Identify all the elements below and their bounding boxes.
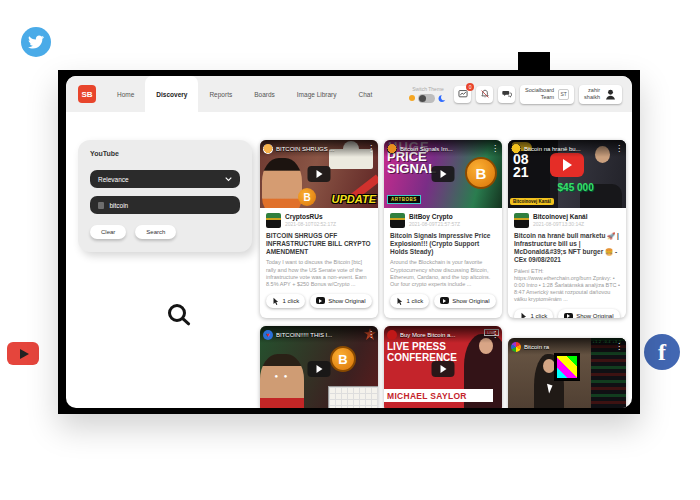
reports-chart-button[interactable]: 0 — [454, 86, 471, 103]
search-input[interactable] — [109, 202, 232, 209]
play-button[interactable] — [432, 361, 455, 377]
bitcoin-coin-icon: B — [298, 188, 316, 206]
toggle-knob — [419, 95, 426, 102]
nav-item-chat[interactable]: Chat — [348, 76, 384, 112]
channel-name[interactable]: BitBoy Crypto — [409, 213, 460, 220]
more-options-icon[interactable]: ⋮ — [615, 343, 623, 351]
notifications-button[interactable] — [476, 86, 493, 103]
chevron-down-icon — [225, 176, 232, 182]
avatar-icon — [604, 88, 617, 101]
team-name-line1: Socialboard — [525, 87, 554, 93]
video-title[interactable]: Bitcoin Signals Impressive Price Explosi… — [390, 232, 496, 256]
channel-avatar — [387, 330, 397, 340]
more-options-icon[interactable]: ⋮ — [367, 145, 375, 153]
play-button[interactable] — [308, 166, 331, 182]
one-click-label: 1 click — [530, 313, 547, 318]
results-grid: B UPDATE BITCOIN SHRUGS ... ⋮ CryptosRUs — [260, 140, 632, 408]
channel-avatar — [263, 144, 273, 154]
click-cursor-icon — [396, 297, 403, 305]
channel-avatar — [387, 144, 397, 154]
video-title[interactable]: BITCOIN SHRUGS OFF INFRASTRUCTURE BILL C… — [266, 232, 372, 256]
one-click-label: 1 click — [282, 298, 299, 304]
more-options-icon[interactable]: ⋮ — [491, 331, 499, 339]
thumb-update-text: UPDATE — [332, 193, 376, 205]
search-button[interactable]: Search — [135, 225, 176, 239]
chat-button[interactable] — [498, 86, 515, 103]
channel-name[interactable]: Bitcoinovej Kanál — [533, 213, 588, 220]
relevance-select[interactable]: Relevance — [90, 170, 240, 188]
twitter-bird-glyph — [28, 34, 44, 50]
more-options-icon[interactable]: ⋮ — [367, 331, 375, 339]
thumb-price-text: $45 000 — [558, 182, 594, 193]
video-thumbnail-3: 08 21 $45 000 Bitcoinovej Kanál Bitcoin … — [508, 140, 626, 208]
nav-item-home[interactable]: Home — [106, 76, 145, 112]
nav-item-boards[interactable]: Boards — [243, 76, 286, 112]
play-glyph — [317, 365, 323, 373]
team-initials-badge: ST — [558, 89, 569, 100]
magnifier-icon — [168, 304, 186, 322]
click-cursor-icon — [272, 297, 279, 305]
video-card-3: 08 21 $45 000 Bitcoinovej Kanál Bitcoin … — [508, 140, 626, 318]
video-thumbnail-4: B ♥ BITCOIN!!!!! THIS I... ⋮ — [260, 326, 378, 408]
show-original-label: Show Original — [452, 298, 489, 304]
chart-icon — [458, 89, 468, 99]
thumb-glitch-square — [554, 353, 580, 381]
channel-avatar: ♥ — [263, 330, 273, 340]
user-name-line1: zahir — [588, 87, 600, 93]
one-click-label: 1 click — [406, 298, 423, 304]
source-label: YouTube — [90, 150, 240, 157]
youtube-mini-icon — [316, 297, 325, 304]
more-options-icon[interactable]: ⋮ — [491, 145, 499, 153]
bitcoin-coin-icon: B — [465, 157, 497, 189]
overlay-title: Buy More Bitcoin a... — [400, 332, 488, 338]
video-card-4: B ♥ BITCOIN!!!!! THIS I... ⋮ — [260, 326, 378, 408]
one-click-button[interactable]: 1 click — [266, 294, 305, 308]
user-name-line2: shaikh — [584, 94, 600, 100]
header-right-cluster: Switch Theme 0 — [409, 76, 632, 112]
twitter-icon — [21, 27, 51, 57]
video-thumbnail-2: HUGE PRICE SIGNAL B ARTBOBS Bitcoin Sign… — [384, 140, 502, 208]
user-menu[interactable]: zahir shaikh — [579, 85, 622, 104]
theme-toggle[interactable] — [418, 94, 435, 103]
thumb-channel-tag: Bitcoinovej Kanál — [510, 198, 554, 205]
theme-switcher: Switch Theme — [409, 86, 447, 103]
bitcoin-coin-icon: B — [330, 346, 356, 372]
play-glyph — [441, 170, 447, 178]
team-selector[interactable]: Socialboard Team ST — [520, 85, 574, 104]
nav-item-reports[interactable]: Reports — [198, 76, 243, 112]
show-original-label: Show Original — [328, 298, 365, 304]
show-original-button[interactable]: Show Original — [558, 309, 619, 318]
show-original-button[interactable]: Show Original — [310, 294, 371, 308]
overlay-title: Bitcoin na hraně bu... — [524, 146, 612, 152]
app-logo[interactable]: SB — [78, 85, 96, 103]
play-button[interactable] — [308, 361, 331, 377]
video-card-5: LIVE PRESS CONFERENCE MICHAEL SAYLOR LIV… — [384, 326, 502, 408]
nav-item-discovery[interactable]: Discovery — [145, 76, 198, 112]
nav-item-image-library[interactable]: Image Library — [286, 76, 348, 112]
channel-name[interactable]: CryptosRUs — [285, 213, 336, 220]
thumb-person — [260, 354, 304, 408]
channel-avatar — [511, 342, 521, 352]
one-click-button[interactable]: 1 click — [390, 294, 429, 308]
one-click-button[interactable]: 1 click — [514, 309, 553, 318]
keyword-search-field[interactable] — [90, 196, 240, 214]
show-original-button[interactable]: Show Original — [434, 294, 495, 308]
thumb-person — [262, 158, 302, 208]
channel-thumb — [390, 213, 405, 228]
notification-badge: 0 — [466, 83, 474, 91]
video-date: 2021-08-09T13:30:14Z — [533, 221, 588, 227]
more-options-icon[interactable]: ⋮ — [615, 145, 623, 153]
channel-thumb — [266, 213, 281, 228]
clear-button[interactable]: Clear — [90, 225, 126, 239]
video-thumbnail-5: LIVE PRESS CONFERENCE MICHAEL SAYLOR LIV… — [384, 326, 502, 408]
video-title[interactable]: Bitcoin na hraně bull marketu 🚀 | Infras… — [514, 232, 620, 265]
video-card-2: HUGE PRICE SIGNAL B ARTBOBS Bitcoin Sign… — [384, 140, 502, 318]
channel-avatar — [511, 144, 521, 154]
click-cursor-icon — [520, 312, 527, 318]
play-button[interactable] — [432, 166, 455, 182]
overlay-title: Bitcoin ra — [524, 344, 612, 350]
team-name-line2: Team — [541, 94, 554, 100]
play-glyph — [20, 349, 29, 359]
facebook-icon: f — [644, 334, 680, 370]
moon-icon — [438, 94, 447, 103]
